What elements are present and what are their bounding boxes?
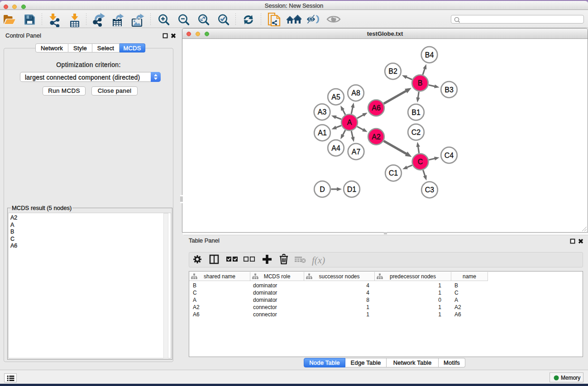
svg-text:A7: A7 <box>352 148 361 156</box>
svg-text:B1: B1 <box>411 109 421 116</box>
svg-text:C: C <box>418 158 423 166</box>
svg-text:B: B <box>418 79 423 87</box>
svg-text:C2: C2 <box>411 129 421 136</box>
svg-text:B4: B4 <box>425 51 434 59</box>
svg-text:D: D <box>320 186 325 193</box>
svg-text:A2: A2 <box>372 133 381 141</box>
svg-text:A8: A8 <box>351 89 360 97</box>
svg-text:D1: D1 <box>347 186 357 193</box>
svg-text:B3: B3 <box>445 86 454 94</box>
svg-text:B2: B2 <box>388 67 397 75</box>
svg-text:C4: C4 <box>445 152 454 159</box>
svg-text:A: A <box>347 119 352 126</box>
svg-text:C3: C3 <box>425 186 435 194</box>
svg-text:A3: A3 <box>318 108 327 116</box>
svg-text:A1: A1 <box>318 129 327 137</box>
svg-text:A4: A4 <box>331 144 340 152</box>
svg-text:A6: A6 <box>372 104 381 112</box>
svg-text:A5: A5 <box>331 93 340 101</box>
svg-text:C1: C1 <box>389 169 398 177</box>
